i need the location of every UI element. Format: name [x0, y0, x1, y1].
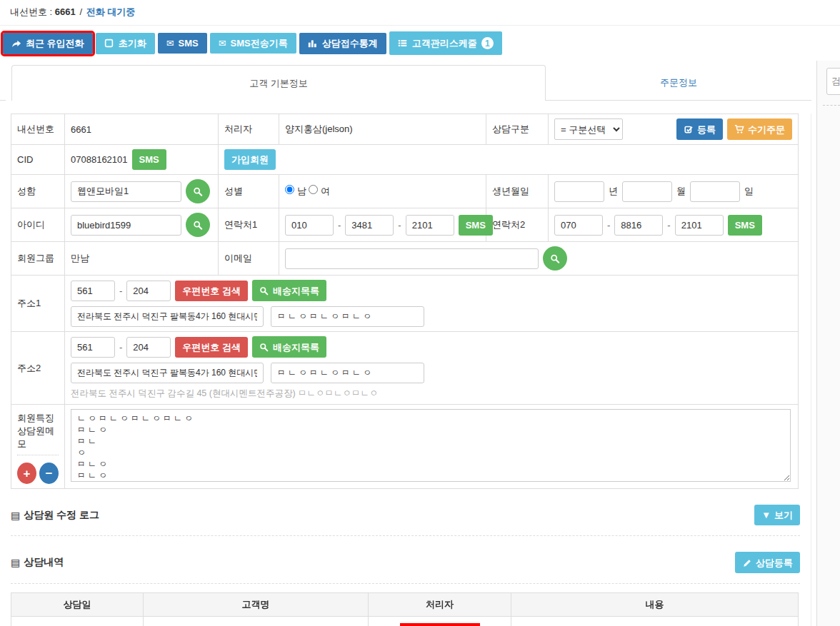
status-bar: 내선번호 : 6661 / 전화 대기중	[0, 0, 840, 26]
name-search-button[interactable]	[186, 179, 210, 203]
address2-detail-input[interactable]	[271, 363, 424, 383]
memo-textarea[interactable]: ㄴㅇㅁㄴㅇㅁㄴㅇㅁㄴㅇ ㅁㄴㅇ ㅁㄴ ㅇ ㅁㄴㅇ ㅁㄴㅇ	[71, 409, 791, 482]
birth-month-input[interactable]	[622, 181, 672, 202]
manual-order-button[interactable]: 수기주문	[727, 118, 792, 140]
membership-button[interactable]: 가입회원	[224, 149, 276, 170]
memo-label-line1: 회원특징	[17, 412, 59, 425]
address2-input[interactable]	[71, 363, 264, 383]
name-input[interactable]	[71, 181, 181, 202]
gender-field-label: 성별	[219, 175, 279, 208]
col-header-date: 상담일	[11, 593, 144, 617]
divider	[17, 455, 59, 455]
handler-field-value: 양지홍삼(jelson)	[279, 114, 486, 145]
address2-label: 주소2	[11, 332, 65, 405]
customer-schedule-button[interactable]: 고객관리스케줄 1	[389, 31, 502, 55]
address1-zip2-input[interactable]	[126, 281, 171, 301]
email-field-label: 이메일	[219, 242, 279, 276]
tab-order-info[interactable]: 주문정보	[546, 65, 811, 101]
list-alt-icon: ▤	[11, 510, 20, 521]
call-status: 전화 대기중	[86, 6, 136, 17]
birth-day-input[interactable]	[690, 181, 740, 202]
cell-handler	[369, 617, 511, 626]
consult-type-select[interactable]: = 구분선택 =	[554, 118, 623, 140]
phone2-part1-input[interactable]	[554, 215, 603, 236]
birth-year-input[interactable]	[554, 181, 604, 202]
search-button-partial[interactable]: 검	[826, 68, 840, 95]
recent-incoming-call-button[interactable]: 최근 유입전화	[3, 33, 93, 54]
cid-field-label: CID	[11, 145, 65, 175]
side-panel: 검	[816, 61, 840, 626]
address2-shipping-list-button[interactable]: 배송지목록	[252, 336, 326, 358]
birthdate-field-label: 생년월일	[486, 175, 549, 208]
tab-bar: 고객 기본정보 주문정보	[0, 65, 811, 101]
cid-field-value: 07088162101	[71, 154, 128, 165]
search-icon	[193, 220, 203, 230]
address2-zip2-input[interactable]	[126, 337, 171, 358]
edit-log-section: ▤ 상담원 수정 로그 ▼ 보기	[11, 499, 800, 536]
cid-sms-button[interactable]: SMS	[132, 149, 166, 170]
consult-stats-button[interactable]: 상담접수통계	[299, 33, 386, 54]
name-field-label: 성함	[11, 175, 65, 208]
phone2-field-label: 연락처2	[486, 208, 549, 242]
cell-content: ㅁㄴㅇㅁㄴㅇㅁㄴㅇㅁㅇㅁㄴㅇㅁㅇㅁㄴㅇ	[511, 617, 799, 626]
redacted-handler	[400, 623, 480, 626]
memo-add-button[interactable]: +	[17, 463, 36, 484]
toolbar: 최근 유입전화 초기화 ✉ SMS ✉ SMS전송기록 상담접수통계 고객관리스…	[3, 31, 840, 55]
view-log-button[interactable]: ▼ 보기	[754, 505, 800, 525]
phone2-part3-input[interactable]	[675, 215, 724, 236]
month-suffix: 월	[676, 185, 686, 198]
search-icon	[259, 342, 269, 352]
address2-zip1-input[interactable]	[71, 337, 115, 358]
table-row: 16.12.05 10:46 웹앤모바일1(bluebird1599) ㅁㄴㅇㅁ…	[11, 617, 799, 626]
email-input[interactable]	[285, 248, 539, 269]
memo-remove-button[interactable]: −	[39, 463, 59, 484]
gender-male-radio[interactable]: 남	[285, 186, 306, 196]
member-group-label: 회원그룹	[11, 242, 65, 276]
consult-history-title: 상담내역	[24, 556, 64, 569]
list-alt-icon: ▤	[11, 557, 20, 568]
pencil-icon	[742, 557, 752, 567]
square-icon	[104, 39, 114, 49]
phone1-part1-input[interactable]	[285, 215, 334, 236]
extension-label: 내선번호 :	[10, 6, 52, 17]
userid-input[interactable]	[71, 215, 181, 236]
check-icon	[684, 124, 694, 134]
reset-button[interactable]: 초기화	[96, 33, 155, 54]
cell-date: 16.12.05 10:46	[11, 617, 144, 626]
col-header-content: 내용	[511, 593, 799, 617]
address1-input[interactable]	[71, 306, 264, 327]
search-icon	[193, 186, 203, 196]
caret-down-icon: ▼	[761, 510, 771, 520]
envelope-icon: ✉	[166, 39, 174, 48]
address1-shipping-list-button[interactable]: 배송지목록	[252, 280, 326, 301]
list-icon	[398, 39, 408, 49]
year-suffix: 년	[609, 185, 618, 198]
sms-history-button[interactable]: ✉ SMS전송기록	[210, 33, 296, 54]
address1-zip1-input[interactable]	[71, 281, 115, 301]
phone1-part2-input[interactable]	[345, 215, 394, 236]
consult-register-button[interactable]: 상담등록	[735, 552, 800, 573]
address1-zip-search-button[interactable]: 우편번호 검색	[175, 281, 248, 301]
email-search-button[interactable]	[543, 246, 567, 271]
phone1-sms-button[interactable]: SMS	[459, 215, 493, 236]
memo-label-line2: 상담원메모	[17, 425, 59, 450]
cell-customer: 웹앤모바일1(bluebird1599)	[144, 617, 369, 626]
phone2-sms-button[interactable]: SMS	[728, 215, 762, 236]
gender-female-radio[interactable]: 여	[309, 186, 330, 196]
extension-field-value: 6661	[65, 114, 219, 145]
address1-detail-input[interactable]	[271, 306, 424, 327]
consult-type-label: 상담구분	[486, 114, 549, 145]
phone2-part2-input[interactable]	[614, 215, 663, 236]
tab-customer-basic-info[interactable]: 고객 기본정보	[11, 65, 546, 101]
envelope-icon: ✉	[219, 39, 226, 48]
phone1-part3-input[interactable]	[406, 215, 454, 236]
consult-history-section: ▤ 상담내역 상담등록	[11, 546, 800, 584]
userid-search-button[interactable]	[186, 213, 210, 237]
schedule-count-badge: 1	[481, 37, 494, 49]
member-group-value: 만남	[65, 242, 219, 276]
address2-zip-search-button[interactable]: 우편번호 검색	[175, 337, 248, 358]
divider	[823, 105, 840, 106]
register-button[interactable]: 등록	[676, 118, 723, 140]
sms-button[interactable]: ✉ SMS	[158, 33, 207, 54]
col-header-handler: 처리자	[369, 593, 511, 617]
